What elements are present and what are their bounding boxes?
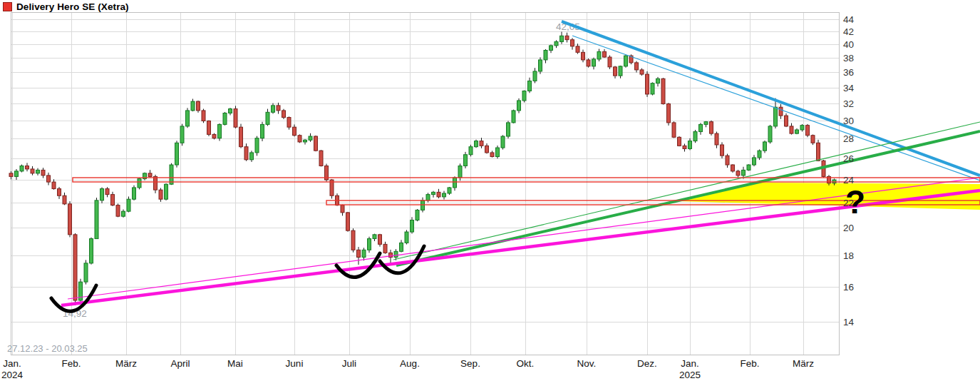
candle-up: [768, 126, 772, 142]
candle-up: [362, 250, 366, 257]
candle-up: [309, 136, 312, 140]
candle-up: [175, 143, 179, 165]
candle-up: [742, 170, 746, 176]
candle-up: [592, 59, 596, 66]
candle-down: [41, 170, 45, 176]
candle-up: [426, 195, 430, 200]
x-axis-month-label: Juni: [286, 358, 304, 369]
candle-up: [170, 165, 173, 184]
candle-down: [640, 70, 644, 74]
candle-down: [811, 136, 815, 143]
candle-up: [544, 50, 547, 59]
candle-up: [560, 36, 564, 41]
candle-down: [614, 67, 617, 76]
candle-down: [105, 189, 109, 195]
chart-window: Delivery Hero SE (Xetra) 27.12.23 - 20.0…: [0, 0, 980, 381]
candle-up: [651, 83, 654, 94]
y-axis-tick-label: 14: [843, 317, 855, 327]
candle-up: [747, 165, 751, 170]
candle-down: [806, 126, 810, 136]
date-range-label: 27.12.23 - 20.03.25: [7, 343, 88, 354]
candle-up: [255, 138, 259, 153]
candle-down: [351, 230, 355, 250]
candle-up: [533, 71, 537, 81]
candle-down: [212, 134, 216, 138]
candle-down: [116, 205, 120, 217]
candle-up: [624, 56, 628, 66]
y-axis-tick-label: 36: [843, 67, 854, 78]
candle-up: [261, 124, 264, 138]
candle-down: [341, 205, 344, 213]
candle-up: [763, 142, 767, 151]
candle-down: [790, 126, 793, 133]
x-axis-month-label: Mai: [227, 358, 243, 369]
candle-down: [298, 136, 301, 142]
candle-up: [15, 171, 19, 177]
y-axis-tick-label: 18: [843, 250, 854, 261]
candle-down: [47, 176, 51, 182]
candle-up: [373, 235, 376, 239]
candle-up: [411, 220, 414, 233]
candle-up: [20, 166, 24, 171]
candle-up: [218, 124, 222, 138]
x-axis-month-label: Juli: [342, 358, 356, 369]
candle-up: [704, 122, 708, 125]
y-axis-tick-label: 30: [843, 116, 854, 126]
candle-up: [84, 263, 88, 282]
candle-up: [394, 251, 398, 257]
candle-down: [378, 235, 382, 245]
x-axis-month-label: Feb.: [61, 358, 81, 369]
x-axis-month-label: Nov.: [577, 358, 597, 369]
candle-down: [731, 165, 735, 171]
chart-titlebar: Delivery Hero SE (Xetra): [3, 1, 129, 12]
candle-up: [512, 111, 515, 123]
candle-down: [277, 106, 280, 111]
candle-up: [656, 78, 660, 83]
candle-down: [26, 166, 29, 168]
candle-up: [539, 60, 542, 71]
candle-down: [58, 189, 61, 196]
candle-down: [111, 195, 115, 205]
candle-up: [443, 193, 446, 197]
candle-up: [550, 46, 553, 51]
candle-down: [31, 169, 34, 173]
candle-down: [683, 146, 686, 148]
candle-up: [229, 109, 232, 113]
candle-down: [608, 57, 612, 67]
candle-down: [293, 127, 296, 136]
candle-up: [469, 147, 473, 155]
candle-up: [122, 211, 125, 216]
candle-up: [688, 141, 692, 149]
x-axis-month-label: Dez.: [637, 358, 657, 369]
candle-down: [571, 40, 574, 46]
candle-down: [437, 192, 440, 197]
x-axis-year-label: 2025: [679, 370, 701, 380]
candle-up: [522, 91, 526, 101]
candle-down: [154, 176, 158, 190]
y-axis-tick-label: 34: [843, 83, 855, 93]
candle-down: [9, 173, 13, 177]
y-axis-tick-label: 24: [843, 175, 855, 186]
candle-down: [148, 173, 152, 177]
series-legend-icon: [3, 2, 12, 11]
y-axis-tick-label: 38: [843, 53, 854, 64]
candle-up: [400, 243, 403, 251]
candle-up: [496, 148, 500, 156]
candle-down: [587, 60, 590, 66]
x-axis-month-label: April: [170, 358, 190, 369]
candle-down: [73, 235, 77, 300]
candle-up: [528, 81, 532, 91]
candle-down: [239, 127, 243, 147]
candle-down: [319, 151, 323, 166]
candle-up: [133, 188, 136, 199]
candle-up: [165, 184, 168, 199]
candle-up: [36, 170, 40, 173]
candle-down: [635, 63, 639, 70]
candle-down: [715, 133, 718, 145]
candle-down: [346, 213, 350, 230]
candlestick-chart-canvas[interactable]: 14,9242,05?44424038363432302826242220181…: [0, 0, 980, 381]
candle-up: [800, 126, 804, 130]
candle-down: [672, 123, 676, 137]
candle-down: [736, 171, 740, 176]
candle-up: [223, 113, 227, 125]
